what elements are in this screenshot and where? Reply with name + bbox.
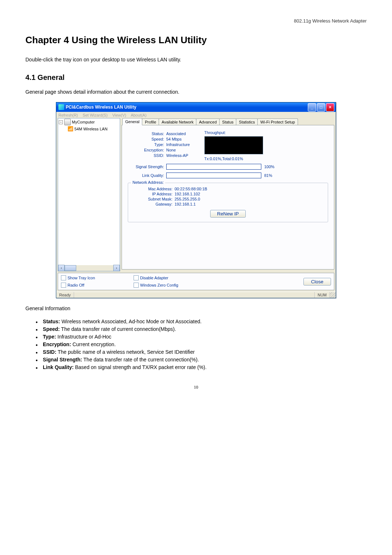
menu-refresh[interactable]: Refresh(R) (58, 113, 78, 117)
tab-available-network[interactable]: Available Network (159, 118, 196, 125)
list-item: SSID: The public name of a wireless netw… (36, 349, 367, 355)
ssid-label: SSID: (128, 153, 164, 158)
type-label: Type: (128, 142, 164, 147)
scroll-right-icon[interactable]: › (113, 265, 120, 271)
speed-value: 54 Mbps (166, 137, 181, 141)
tab-statistics[interactable]: Statistics (236, 118, 258, 125)
list-item: Type: Infrastructure or Ad-Hoc (36, 334, 367, 340)
status-value: Associated (166, 131, 186, 136)
link-quality-pct: 81% (264, 173, 272, 178)
renew-ip-button[interactable]: ReNew IP (210, 210, 246, 218)
menu-set-wizard[interactable]: Set Wizard(S) (83, 113, 107, 117)
tab-bar: General Profile Available Network Advanc… (122, 118, 334, 125)
intro-text: Double-click the tray icon on your deskt… (25, 57, 367, 62)
signal-strength-label: Signal Strength: (128, 165, 164, 169)
network-address-fieldset: Network Address: Mac Address:00:22:55:88… (128, 183, 328, 222)
tab-status[interactable]: Status (219, 118, 236, 125)
speed-label: Speed: (128, 137, 164, 141)
resize-grip-icon[interactable] (330, 292, 336, 298)
subnet-value: 255.255.255.0 (175, 197, 200, 201)
mac-value: 00:22:55:88:00:1B (175, 187, 207, 191)
status-num: NUM (315, 292, 330, 298)
app-icon (58, 104, 64, 110)
tab-general[interactable]: General (122, 118, 142, 125)
window-title: PCI&Cardbus Wireless LAN Utility (66, 105, 136, 110)
scroll-left-icon[interactable]: ‹ (58, 265, 65, 271)
disable-adapter-checkbox[interactable]: Disable Adapter (134, 275, 206, 280)
chapter-title: Chapter 4 Using the Wireless LAN Utility (25, 35, 367, 46)
tab-wifi-protect-setup[interactable]: Wi-Fi Protect Setup (257, 118, 298, 125)
link-quality-bar (166, 173, 261, 178)
list-item: Speed: The data transfer rate of current… (36, 326, 367, 332)
ip-label: IP Address: (132, 192, 172, 196)
list-item: Status: Wireless network Associated, Ad-… (36, 319, 367, 324)
windows-zero-config-checkbox[interactable]: Windows Zero Config (134, 283, 206, 288)
list-item: Signal Strength: The data transfer rate … (36, 357, 367, 362)
network-address-legend: Network Address: (131, 180, 165, 185)
section-desc: General page shows detail information ab… (25, 89, 367, 95)
link-quality-label: Link Quality: (128, 173, 164, 178)
menu-view[interactable]: View(V) (112, 113, 126, 117)
tree-root-label[interactable]: MyComputer (72, 120, 95, 124)
device-tree[interactable]: − MyComputer 54M Wireless LAN ‹ › (58, 118, 120, 271)
tab-profile[interactable]: Profile (142, 118, 159, 125)
signal-strength-bar (166, 164, 261, 170)
list-item: Link Quality: Based on signal strength a… (36, 364, 367, 370)
ip-value: 192.168.1.102 (175, 192, 200, 196)
status-label: Status: (128, 131, 164, 136)
status-ready: Ready (56, 292, 74, 298)
signal-strength-pct: 100% (264, 165, 274, 169)
scroll-thumb[interactable] (65, 265, 76, 271)
list-item: Encryption: Current encryption. (36, 341, 367, 347)
encryption-value: None (166, 148, 176, 152)
tab-advanced[interactable]: Advanced (196, 118, 220, 125)
menu-about[interactable]: About(A) (131, 113, 146, 117)
bottom-options-panel: Show Tray Icon Radio Off Disable Adapter… (58, 273, 334, 290)
page-number: 10 (25, 385, 367, 390)
doc-header: 802.11g Wireless Network Adapter (25, 18, 367, 24)
tab-content-general: Status:Associated Speed:54 Mbps Type:Inf… (122, 125, 334, 270)
tree-scrollbar[interactable]: ‹ › (58, 265, 120, 271)
type-value: Infrastructure (166, 142, 190, 147)
subnet-label: Subnet Mask: (132, 197, 172, 201)
section-title: 4.1 General (25, 73, 367, 82)
status-bar: Ready NUM (56, 292, 336, 298)
minimize-button[interactable]: _ (308, 103, 316, 112)
wifi-adapter-icon (68, 126, 73, 132)
menu-bar: Refresh(R) Set Wizard(S) View(V) About(A… (56, 112, 336, 118)
radio-off-checkbox[interactable]: Radio Off (61, 283, 134, 288)
mac-label: Mac Address: (132, 187, 172, 191)
throughput-value: Tx:0.01%,Total:0.01% (204, 157, 263, 161)
encryption-label: Encryption: (128, 148, 164, 152)
throughput-graph (204, 136, 263, 154)
window-titlebar[interactable]: PCI&Cardbus Wireless LAN Utility _ □ × (56, 102, 336, 112)
maximize-button[interactable]: □ (317, 103, 325, 112)
tree-child-label[interactable]: 54M Wireless LAN (74, 127, 107, 131)
gateway-value: 192.168.1.1 (175, 202, 196, 206)
app-window: PCI&Cardbus Wireless LAN Utility _ □ × R… (56, 102, 336, 298)
ssid-value: Wireless-AP (166, 153, 188, 158)
computer-icon (64, 119, 71, 125)
tree-collapse-icon[interactable]: − (59, 120, 63, 124)
bullet-list: Status: Wireless network Associated, Ad-… (36, 319, 367, 370)
close-window-button[interactable]: × (326, 103, 334, 112)
throughput-label: Throughput: (204, 130, 263, 135)
gateway-label: Gateway: (132, 202, 172, 206)
general-info-heading: General Information (25, 305, 367, 311)
close-button[interactable]: Close (303, 278, 331, 285)
show-tray-icon-checkbox[interactable]: Show Tray Icon (61, 275, 134, 280)
